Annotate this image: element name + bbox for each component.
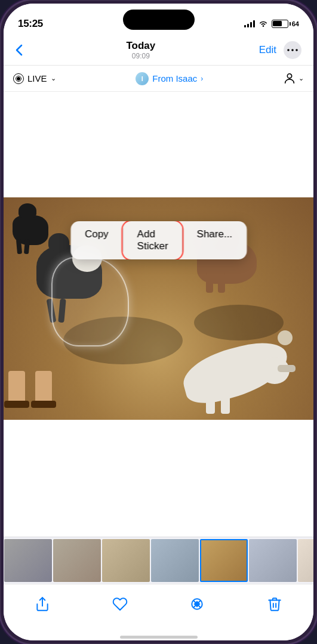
film-strip: [4, 537, 313, 584]
film-thumb[interactable]: [53, 539, 101, 582]
favorite-button[interactable]: [107, 591, 133, 617]
bottom-action-bar: [4, 584, 313, 636]
sender-avatar: I: [136, 72, 149, 85]
live-badge[interactable]: LIVE ⌄: [13, 73, 56, 84]
phone-screen: 15:25 64: [4, 4, 313, 640]
home-indicator: [4, 636, 313, 640]
share-button[interactable]: [29, 591, 56, 617]
add-sticker-menu-item[interactable]: Add Sticker: [123, 221, 183, 259]
live-chevron-icon: ⌄: [51, 75, 56, 82]
film-thumb[interactable]: [298, 539, 313, 582]
more-button[interactable]: [284, 41, 301, 59]
signal-icon: [244, 20, 255, 27]
share-menu-item[interactable]: Share...: [183, 221, 247, 259]
person-feet: [8, 371, 56, 408]
film-thumb[interactable]: [4, 539, 52, 582]
from-label: From Isaac: [152, 73, 197, 83]
film-thumb-active[interactable]: [200, 539, 248, 582]
nav-title: Today: [126, 40, 155, 52]
phone-frame: 15:25 64: [0, 0, 317, 644]
dog-cutout-glow: [51, 257, 129, 346]
photo-container[interactable]: Copy Add Sticker Share...: [4, 197, 313, 420]
person-chevron-icon: ⌄: [298, 75, 304, 82]
home-bar: [120, 636, 198, 639]
dogs-scene: Copy Add Sticker Share...: [4, 197, 313, 420]
film-thumb[interactable]: [151, 539, 199, 582]
svg-point-0: [287, 49, 290, 52]
white-dog-lying: [182, 318, 301, 414]
status-icons: 64: [244, 19, 299, 29]
svg-point-6: [195, 602, 199, 606]
context-menu: Copy Add Sticker Share...: [70, 221, 247, 259]
back-button[interactable]: [16, 44, 23, 56]
svg-point-1: [291, 49, 294, 52]
white-space-bottom: [4, 420, 313, 537]
nav-center: Today 09:09: [126, 40, 155, 60]
magic-wand-button[interactable]: [184, 591, 210, 617]
nav-bar: Today 09:09 Edit: [4, 35, 313, 66]
from-chevron-icon: ›: [201, 75, 203, 83]
live-label: LIVE: [27, 73, 47, 83]
battery-level: 64: [292, 20, 299, 27]
film-thumb[interactable]: [102, 539, 150, 582]
delete-button[interactable]: [261, 591, 288, 617]
person-button[interactable]: ⌄: [283, 72, 304, 85]
svg-point-2: [296, 49, 298, 52]
status-time: 15:25: [18, 18, 43, 30]
nav-actions: Edit: [259, 41, 301, 59]
copy-menu-item[interactable]: Copy: [70, 221, 123, 259]
status-bar: 15:25 64: [4, 4, 313, 35]
svg-point-3: [287, 73, 291, 78]
battery-indicator: 64: [272, 20, 299, 28]
live-icon: [13, 73, 24, 84]
white-space-top: [4, 92, 313, 197]
screen-content: 15:25 64: [4, 4, 313, 640]
nav-subtitle: 09:09: [126, 52, 155, 60]
wifi-icon: [258, 19, 268, 29]
from-badge[interactable]: I From Isaac ›: [136, 72, 203, 85]
edit-button[interactable]: Edit: [259, 44, 276, 56]
film-thumb[interactable]: [249, 539, 297, 582]
dynamic-island: [123, 10, 195, 30]
photo-toolbar: LIVE ⌄ I From Isaac › ⌄: [4, 66, 313, 91]
